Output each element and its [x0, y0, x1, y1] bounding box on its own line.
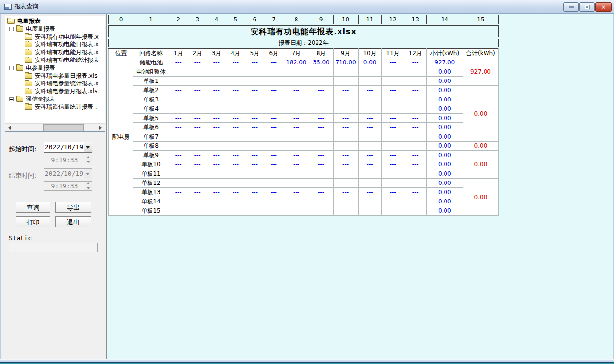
month-value-cell[interactable]: --- [188, 132, 207, 142]
tree-report-item[interactable]: 安科瑞电参量日报表.xls [5, 72, 105, 80]
month-value-cell[interactable]: --- [188, 151, 207, 160]
month-value-cell[interactable]: --- [333, 95, 358, 104]
month-value-cell[interactable]: --- [245, 132, 264, 142]
column-number-cell[interactable]: 15 [463, 15, 498, 24]
month-value-cell[interactable]: --- [404, 58, 426, 67]
month-value-cell[interactable]: --- [404, 142, 426, 151]
circuit-name-cell[interactable]: 单板10 [133, 160, 169, 169]
month-value-cell[interactable]: --- [333, 86, 358, 95]
month-value-cell[interactable]: --- [188, 95, 207, 104]
month-value-cell[interactable]: --- [207, 67, 226, 77]
subtotal-cell[interactable]: 0.00 [426, 160, 463, 169]
month-value-cell[interactable]: --- [333, 142, 358, 151]
month-value-cell[interactable]: --- [207, 197, 226, 206]
minimize-button[interactable] [563, 2, 579, 12]
month-value-cell[interactable]: --- [245, 160, 264, 169]
month-value-cell[interactable]: --- [333, 160, 358, 169]
circuit-name-cell[interactable]: 单板15 [133, 206, 169, 216]
column-number-cell[interactable]: 5 [226, 15, 245, 24]
month-value-cell[interactable]: --- [169, 142, 188, 151]
grid-header-cell[interactable]: 7月 [283, 49, 309, 58]
month-value-cell[interactable]: --- [381, 197, 404, 206]
month-value-cell[interactable]: --- [226, 86, 245, 95]
month-value-cell[interactable]: --- [358, 132, 381, 142]
month-value-cell[interactable]: --- [245, 151, 264, 160]
export-button[interactable]: 导出 [55, 202, 91, 213]
month-value-cell[interactable]: --- [245, 67, 264, 77]
circuit-name-cell[interactable]: 单板3 [133, 95, 169, 104]
month-value-cell[interactable]: --- [404, 179, 426, 188]
month-value-cell[interactable]: --- [333, 132, 358, 142]
month-value-cell[interactable]: --- [381, 160, 404, 169]
grid-header-cell[interactable]: 12月 [404, 49, 426, 58]
month-value-cell[interactable]: --- [169, 132, 188, 142]
month-value-cell[interactable]: --- [381, 142, 404, 151]
month-value-cell[interactable]: --- [264, 58, 283, 67]
month-value-cell[interactable]: --- [226, 67, 245, 77]
scrollbar-thumb[interactable] [43, 124, 84, 131]
circuit-name-cell[interactable]: 储能电池 [133, 58, 169, 67]
month-value-cell[interactable]: --- [207, 77, 226, 86]
month-value-cell[interactable]: --- [283, 123, 309, 132]
month-value-cell[interactable]: --- [207, 114, 226, 123]
month-value-cell[interactable]: --- [333, 197, 358, 206]
end-time-spinner[interactable]: 9:19:33 [44, 181, 92, 191]
month-value-cell[interactable]: --- [283, 77, 309, 86]
month-value-cell[interactable]: --- [309, 114, 333, 123]
month-value-cell[interactable]: --- [404, 104, 426, 114]
month-value-cell[interactable]: --- [245, 179, 264, 188]
month-value-cell[interactable]: --- [245, 206, 264, 216]
tree-report-item[interactable]: 安科瑞电参量月报表.xls [5, 87, 105, 95]
month-value-cell[interactable]: --- [309, 151, 333, 160]
month-value-cell[interactable]: --- [188, 86, 207, 95]
month-value-cell[interactable]: --- [207, 104, 226, 114]
month-value-cell[interactable]: --- [207, 142, 226, 151]
grid-header-cell[interactable]: 2月 [188, 49, 207, 58]
month-value-cell[interactable]: --- [226, 188, 245, 197]
month-value-cell[interactable]: --- [264, 114, 283, 123]
month-value-cell[interactable]: --- [245, 86, 264, 95]
month-value-cell[interactable]: --- [207, 95, 226, 104]
grid-header-cell[interactable]: 6月 [264, 49, 283, 58]
grid-header-cell[interactable]: 11月 [381, 49, 404, 58]
month-value-cell[interactable]: --- [358, 206, 381, 216]
month-value-cell[interactable]: --- [404, 206, 426, 216]
month-value-cell[interactable]: --- [283, 67, 309, 77]
month-value-cell[interactable]: --- [381, 123, 404, 132]
month-value-cell[interactable]: --- [188, 114, 207, 123]
grid-header-cell[interactable]: 3月 [207, 49, 226, 58]
month-value-cell[interactable]: --- [404, 95, 426, 104]
month-value-cell[interactable]: --- [381, 104, 404, 114]
month-value-cell[interactable]: --- [207, 160, 226, 169]
month-value-cell[interactable]: --- [333, 114, 358, 123]
column-number-cell[interactable]: 4 [207, 15, 226, 24]
month-value-cell[interactable]: --- [404, 114, 426, 123]
month-value-cell[interactable]: --- [283, 179, 309, 188]
month-value-cell[interactable]: --- [169, 151, 188, 160]
month-value-cell[interactable]: 182.00 [283, 58, 309, 67]
month-value-cell[interactable]: --- [169, 77, 188, 86]
month-value-cell[interactable]: --- [333, 169, 358, 179]
column-number-cell[interactable]: 12 [381, 15, 404, 24]
month-value-cell[interactable]: --- [358, 151, 381, 160]
month-value-cell[interactable]: --- [188, 188, 207, 197]
month-value-cell[interactable]: --- [309, 142, 333, 151]
month-value-cell[interactable]: --- [283, 169, 309, 179]
static-textbox[interactable] [9, 243, 98, 252]
month-value-cell[interactable]: --- [207, 188, 226, 197]
tree-root-item[interactable]: 电量报表 [5, 17, 105, 25]
tree-report-item[interactable]: 安科瑞电参量统计报表.x [5, 80, 105, 87]
month-value-cell[interactable]: 0.00 [358, 58, 381, 67]
grid-header-cell[interactable]: 回路名称 [133, 49, 169, 58]
circuit-name-cell[interactable]: 单板6 [133, 123, 169, 132]
month-value-cell[interactable]: --- [207, 206, 226, 216]
total-cell[interactable]: 0.00 [463, 142, 498, 151]
subtotal-cell[interactable]: 0.00 [426, 179, 463, 188]
month-value-cell[interactable]: --- [207, 132, 226, 142]
tree-group-item[interactable]: 电度量报表 [5, 25, 105, 33]
month-value-cell[interactable]: --- [188, 142, 207, 151]
start-date-select[interactable]: 2022/10/19 [44, 142, 92, 153]
end-date-dropdown-button[interactable] [84, 169, 92, 179]
month-value-cell[interactable]: --- [226, 58, 245, 67]
scroll-left-button[interactable] [6, 124, 13, 131]
